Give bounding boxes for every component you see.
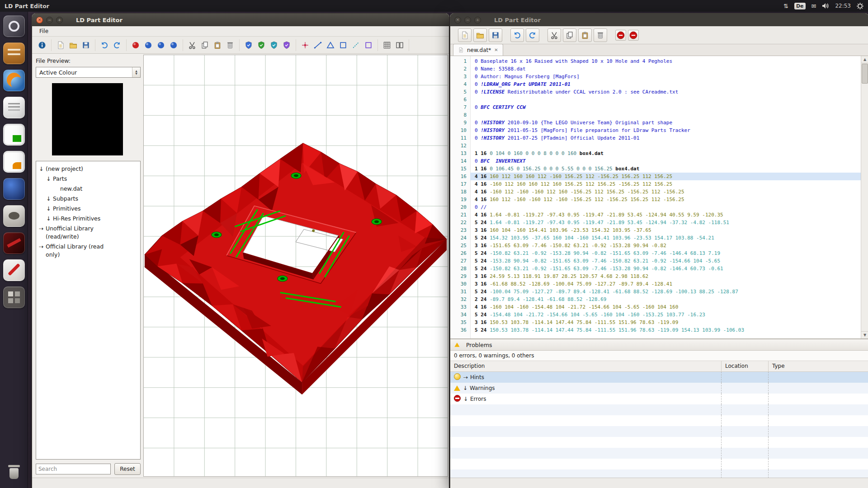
tree-item-new-project[interactable]: ↓(new project) bbox=[38, 164, 138, 174]
code-line[interactable]: 293 16 24.59 5.13 118.91 19.87 28.25 120… bbox=[450, 272, 861, 280]
tree-item-primitives[interactable]: ↓Primitives bbox=[38, 204, 138, 214]
code-line[interactable]: 285 24 -150.82 63.21 -0.92 -151.65 63.09… bbox=[450, 265, 861, 272]
save-icon[interactable] bbox=[489, 28, 502, 42]
code-line[interactable]: 184 16 -160 112 -160 -160 112 160 -156.2… bbox=[450, 188, 861, 196]
launcher-item-dash[interactable] bbox=[3, 15, 25, 37]
new-file-icon[interactable] bbox=[458, 28, 472, 42]
tree-item-unofficial-library-read-write[interactable]: ⇢Unofficial Library (read/write) bbox=[38, 224, 138, 242]
undo-icon[interactable] bbox=[510, 28, 524, 42]
session-gear-icon[interactable] bbox=[857, 3, 863, 9]
launcher-item-text-editor[interactable] bbox=[3, 97, 25, 118]
tab-new-dat[interactable]: new.dat* ✕ bbox=[453, 44, 503, 56]
launcher-item-libreoffice-calc[interactable] bbox=[3, 124, 25, 145]
rotate-sphere-icon[interactable] bbox=[155, 39, 167, 51]
code-line[interactable]: 194 16 160 112 -160 -160 112 -160 -156.2… bbox=[450, 196, 861, 203]
code-line-text[interactable]: 1 16 0 104 0 160 0 0 0 8 0 0 0 160 box4.… bbox=[470, 150, 861, 157]
close-button[interactable]: ✕ bbox=[454, 17, 461, 23]
code-line[interactable]: 110 !HISTORY 2011-07-25 [PTadmin] Offici… bbox=[450, 134, 861, 142]
code-line-text[interactable]: 0 !HISTORY 2011-05-15 [MagFors] File pre… bbox=[470, 127, 861, 134]
grid-icon[interactable] bbox=[381, 39, 393, 51]
delete-icon[interactable] bbox=[594, 28, 607, 42]
code-line-text[interactable] bbox=[470, 111, 861, 119]
code-line-text[interactable]: 4 16 -160 104 -160 -154.48 104 -21.72 -1… bbox=[470, 303, 861, 311]
code-line-text[interactable]: 2 24 -89.7 89.4 -128.41 -61.68 88.52 -12… bbox=[470, 296, 861, 303]
code-line-text[interactable]: 4 16 -160 112 -160 -160 112 160 -156.25 … bbox=[470, 188, 861, 196]
code-line-text[interactable]: 0 BFC INVERTNEXT bbox=[470, 157, 861, 165]
row-expander-icon[interactable]: ⇢ bbox=[463, 372, 470, 383]
code-line-text[interactable]: 1 16 0 106.45 0 156.25 0 0 0 5.55 0 0 0 … bbox=[470, 165, 861, 173]
code-line[interactable]: 131 16 0 104 0 160 0 0 0 8 0 0 0 160 box… bbox=[450, 150, 861, 157]
reset-button[interactable]: Reset bbox=[114, 463, 141, 475]
undo-icon[interactable] bbox=[99, 39, 110, 51]
code-line[interactable]: 245 24 154.32 103.95 -37.65 160 104 -160… bbox=[450, 234, 861, 242]
code-line-text[interactable]: 0 Baseplate 16 x 16 Raised with Shaped 1… bbox=[470, 57, 861, 65]
code-line[interactable]: 151 16 0 106.45 0 156.25 0 0 0 5.55 0 0 … bbox=[450, 165, 861, 173]
tree-expander-icon[interactable]: ↓ bbox=[39, 165, 46, 173]
code-line[interactable]: 225 24 1.64 -0.81 -119.27 -97.43 0.95 -1… bbox=[450, 219, 861, 226]
active-colour-select[interactable]: Active Colour ▲▼ bbox=[36, 67, 141, 78]
code-line-text[interactable]: 4 16 160 112 160 160 112 -160 156.25 112… bbox=[470, 173, 861, 180]
code-line-text[interactable]: 3 16 150.53 103.78 -114.14 147.44 75.84 … bbox=[470, 319, 861, 326]
tree-item-official-library-read-only[interactable]: ⇢Official Library (read only) bbox=[38, 242, 138, 260]
paste-icon[interactable] bbox=[212, 39, 223, 51]
combo-spinner-icon[interactable]: ▲▼ bbox=[132, 67, 140, 77]
code-line[interactable]: 253 16 -151.65 63.09 -7.46 -150.82 63.21… bbox=[450, 242, 861, 249]
code-line[interactable]: 30 Author: Magnus Forsberg [MagFors] bbox=[450, 73, 861, 80]
code-line-text[interactable]: 0 !HISTORY 2011-07-25 [PTadmin] Official… bbox=[470, 134, 861, 142]
launcher-item-workspace-switcher[interactable] bbox=[3, 286, 25, 308]
launcher-item-libreoffice[interactable] bbox=[3, 178, 25, 200]
tree-expander-icon[interactable]: ↓ bbox=[46, 215, 53, 223]
code-line-text[interactable] bbox=[470, 142, 861, 150]
maximize-button[interactable]: + bbox=[474, 17, 481, 23]
code-line-text[interactable]: 5 24 150.53 103.78 -114.14 147.44 75.84 … bbox=[470, 326, 861, 334]
keyboard-layout-indicator[interactable]: De bbox=[794, 3, 806, 9]
add-quad-icon[interactable] bbox=[337, 39, 349, 51]
code-line[interactable]: 365 24 150.53 103.78 -114.14 147.44 75.8… bbox=[450, 326, 861, 334]
add-triangle-icon[interactable] bbox=[325, 39, 336, 51]
scale-sphere-icon[interactable] bbox=[168, 39, 179, 51]
redo-icon[interactable] bbox=[526, 28, 539, 42]
code-line-text[interactable]: 4 16 -160 112 160 160 112 160 156.25 112… bbox=[470, 180, 861, 188]
row-expander-icon[interactable]: ↓ bbox=[463, 383, 470, 394]
tree-expander-icon[interactable]: ↓ bbox=[46, 205, 53, 213]
code-line[interactable]: 345 24 -154.48 104 -21.72 -154.66 104 -5… bbox=[450, 311, 861, 319]
code-line[interactable]: 214 16 1.64 -0.81 -119.27 -97.43 0.95 -1… bbox=[450, 211, 861, 219]
select-sphere-icon[interactable] bbox=[130, 39, 142, 51]
save-icon[interactable] bbox=[80, 39, 92, 51]
add-line-icon[interactable] bbox=[312, 39, 324, 51]
code-line-text[interactable]: 0 BFC CERTIFY CCW bbox=[470, 103, 861, 111]
scrollbar-thumb[interactable] bbox=[862, 64, 868, 84]
code-line[interactable]: 40 !LDRAW_ORG Part UPDATE 2011-01 bbox=[450, 80, 861, 88]
code-line-text[interactable]: 5 24 -153.28 90.94 -0.82 -151.65 63.09 -… bbox=[470, 257, 861, 265]
code-line[interactable]: 6 bbox=[450, 96, 861, 103]
code-line-text[interactable]: 0 Author: Magnus Forsberg [MagFors] bbox=[470, 73, 861, 80]
code-line[interactable]: 174 16 -160 112 160 160 112 160 156.25 1… bbox=[450, 180, 861, 188]
delete-icon[interactable] bbox=[224, 39, 236, 51]
paste-icon[interactable] bbox=[578, 28, 592, 42]
tree-item-new-dat[interactable]: new.dat bbox=[38, 184, 138, 194]
code-line-text[interactable]: 0 Name: 53588.dat bbox=[470, 65, 861, 73]
row-expander-icon[interactable]: ↓ bbox=[463, 394, 470, 404]
tree-expander-icon[interactable] bbox=[53, 185, 60, 193]
code-line-text[interactable]: 3 16 160 104 -160 154.41 103.96 -23.53 1… bbox=[470, 226, 861, 234]
column-location[interactable]: Location bbox=[722, 361, 769, 371]
keyboard-shortcuts-icon[interactable]: ⇅ bbox=[783, 3, 788, 9]
code-line-text[interactable]: 5 24 154.32 103.95 -37.65 160 104 -160 1… bbox=[470, 234, 861, 242]
code-line-text[interactable]: 0 // bbox=[470, 203, 861, 211]
tree-expander-icon[interactable]: ↓ bbox=[46, 175, 53, 183]
cut-icon[interactable] bbox=[186, 39, 198, 51]
code-line-text[interactable] bbox=[470, 96, 861, 103]
tree-item-parts[interactable]: ↓Parts bbox=[38, 174, 138, 184]
code-line[interactable]: 100 !HISTORY 2011-05-15 [MagFors] File p… bbox=[450, 127, 861, 134]
problems-row-warnings[interactable]: ↓Warnings bbox=[450, 383, 868, 394]
code-line-text[interactable]: 5 24 -154.48 104 -21.72 -154.66 104 -5.6… bbox=[470, 311, 861, 319]
add-vertex-icon[interactable] bbox=[299, 39, 311, 51]
code-line[interactable]: 10 Baseplate 16 x 16 Raised with Shaped … bbox=[450, 57, 861, 65]
hide-selection-icon[interactable] bbox=[615, 30, 626, 41]
tab-close-icon[interactable]: ✕ bbox=[494, 47, 498, 52]
move-sphere-icon[interactable] bbox=[142, 39, 154, 51]
tree-item-hi-res-primitives[interactable]: ↓Hi-Res Primitives bbox=[38, 214, 138, 224]
about-icon[interactable] bbox=[36, 39, 48, 51]
code-line-text[interactable]: 5 24 -150.82 63.21 -0.92 -151.65 63.09 -… bbox=[470, 265, 861, 272]
code-line-text[interactable]: 5 24 -100.04 75.09 -127.27 -89.7 89.4 -1… bbox=[470, 288, 861, 296]
